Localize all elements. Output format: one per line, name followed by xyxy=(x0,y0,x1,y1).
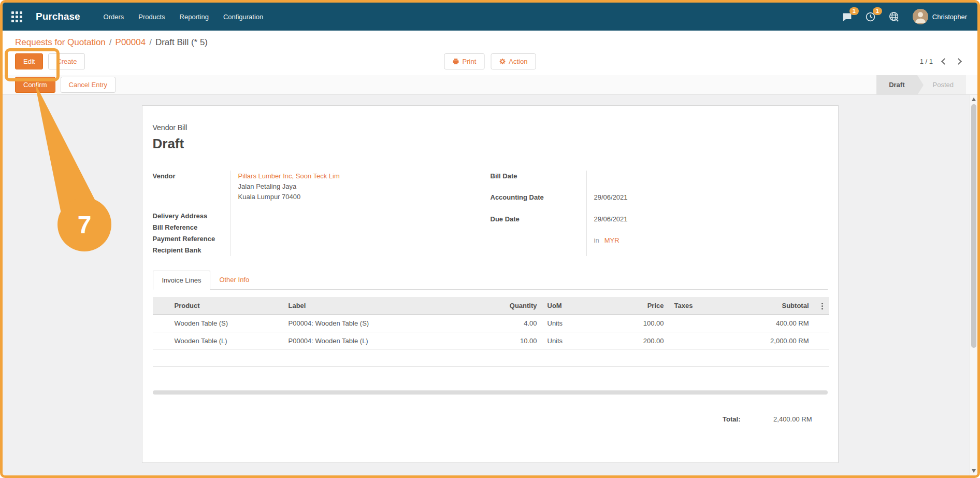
recipient-bank-label: Recipient Bank xyxy=(153,245,230,256)
cell-price: 200.00 xyxy=(592,332,669,350)
form-buttons: Edit Create xyxy=(15,53,85,69)
bill-date-label: Bill Date xyxy=(491,171,586,192)
breadcrumb-rfq[interactable]: Requests for Quotation xyxy=(15,37,106,48)
delivery-address-field xyxy=(230,210,479,222)
messages-badge: 1 xyxy=(849,7,859,15)
recipient-bank-field xyxy=(230,245,479,256)
activities-badge: 1 xyxy=(873,7,882,15)
total-value: 2,400.00 RM xyxy=(755,415,812,423)
cell-taxes xyxy=(669,332,726,350)
top-navbar: Purchase Orders Products Reporting Confi… xyxy=(3,3,977,31)
menu-configuration[interactable]: Configuration xyxy=(218,9,269,24)
table-row[interactable]: Wooden Table (L) P00004: Wooden Table (L… xyxy=(153,332,829,350)
print-label: Print xyxy=(463,58,477,65)
scroll-down-icon[interactable] xyxy=(972,469,976,473)
cell-uom: Units xyxy=(542,332,592,350)
activities-button[interactable]: 1 xyxy=(865,11,876,22)
breadcrumb-p00004[interactable]: P00004 xyxy=(116,37,146,48)
cell-label: P00004: Wooden Table (L) xyxy=(283,332,475,350)
breadcrumb-separator: / xyxy=(149,37,152,48)
edit-button[interactable]: Edit xyxy=(15,53,43,69)
currency-link[interactable]: MYR xyxy=(604,236,619,244)
notebook-tabs: Invoice Lines Other Info xyxy=(153,271,828,290)
vendor-field: Pillars Lumber Inc, Soon Teck Lim Jalan … xyxy=(230,171,479,210)
action-button[interactable]: Action xyxy=(491,53,536,69)
cell-label: P00004: Wooden Table (S) xyxy=(283,315,475,332)
messages-button[interactable]: 1 xyxy=(842,11,853,22)
table-empty-row xyxy=(153,350,829,367)
vendor-address-line1: Jalan Petaling Jaya xyxy=(238,181,479,192)
tab-other-info[interactable]: Other Info xyxy=(210,271,258,289)
form-sheet: Vendor Bill Draft Vendor Pillars Lumber … xyxy=(142,105,839,463)
app-name[interactable]: Purchase xyxy=(36,11,80,22)
printer-icon xyxy=(453,58,459,65)
bill-date-field xyxy=(586,171,828,192)
cell-product: Wooden Table (S) xyxy=(169,315,283,332)
section-separator-bar xyxy=(153,390,828,395)
scrollbar-thumb[interactable] xyxy=(971,104,976,348)
cell-quantity: 10.00 xyxy=(475,332,542,350)
header-options xyxy=(814,297,829,315)
scroll-up-icon[interactable] xyxy=(972,97,976,101)
table-row[interactable]: Wooden Table (S) P00004: Wooden Table (S… xyxy=(153,315,829,332)
apps-menu-button[interactable] xyxy=(3,3,31,31)
create-button[interactable]: Create xyxy=(48,53,85,69)
accounting-date-field: 29/06/2021 xyxy=(586,192,828,213)
payment-reference-field xyxy=(230,233,479,245)
vertical-scrollbar[interactable] xyxy=(970,95,977,475)
total-label: Total: xyxy=(723,415,740,423)
cell-quantity: 4.00 xyxy=(475,315,542,332)
document-type-label: Vendor Bill xyxy=(153,123,828,132)
form-statusbar-row: Confirm Cancel Entry Draft Posted xyxy=(3,75,977,95)
header-price: Price xyxy=(592,297,669,315)
invoice-lines-table: Product Label Quantity UoM Price Taxes S… xyxy=(153,297,829,367)
confirm-button[interactable]: Confirm xyxy=(15,77,55,93)
field-groups: Vendor Pillars Lumber Inc, Soon Teck Lim… xyxy=(153,171,828,256)
tab-invoice-lines[interactable]: Invoice Lines xyxy=(153,271,211,290)
vendor-label: Vendor xyxy=(153,171,230,210)
cell-handle xyxy=(153,332,169,350)
cell-price: 100.00 xyxy=(592,315,669,332)
pager-next-icon[interactable] xyxy=(955,58,962,65)
screenshot-frame: Purchase Orders Products Reporting Confi… xyxy=(0,0,980,478)
header-label: Label xyxy=(283,297,475,315)
header-uom: UoM xyxy=(542,297,592,315)
cell-subtotal: 400.00 RM xyxy=(726,315,814,332)
optional-columns-icon[interactable] xyxy=(822,305,823,307)
menu-orders[interactable]: Orders xyxy=(98,9,130,24)
table-header-row: Product Label Quantity UoM Price Taxes S… xyxy=(153,297,829,315)
cell-product: Wooden Table (L) xyxy=(169,332,283,350)
total-row: Total: 2,400.00 RM xyxy=(153,415,828,423)
breadcrumb-separator: / xyxy=(109,37,112,48)
left-field-group: Vendor Pillars Lumber Inc, Soon Teck Lim… xyxy=(153,171,479,256)
cancel-entry-button[interactable]: Cancel Entry xyxy=(61,77,116,93)
bill-reference-field xyxy=(230,222,479,233)
vendor-link[interactable]: Pillars Lumber Inc, Soon Teck Lim xyxy=(238,171,479,181)
action-buttons: Print Action xyxy=(444,53,536,69)
due-date-field: 29/06/2021 xyxy=(586,214,828,235)
statusbar: Draft Posted xyxy=(876,75,966,94)
user-menu[interactable]: Christopher xyxy=(913,9,967,24)
statusbar-buttons: Confirm Cancel Entry xyxy=(15,75,116,94)
language-button[interactable] xyxy=(888,11,900,23)
currency-row-spacer xyxy=(491,235,586,256)
currency-prefix: in xyxy=(594,236,599,244)
user-name: Christopher xyxy=(932,13,967,21)
cell-uom: Units xyxy=(542,315,592,332)
globe-icon xyxy=(888,11,900,23)
print-button[interactable]: Print xyxy=(444,53,485,69)
header-handle xyxy=(153,297,169,315)
status-draft[interactable]: Draft xyxy=(876,75,917,94)
status-posted[interactable]: Posted xyxy=(917,75,966,94)
menu-reporting[interactable]: Reporting xyxy=(174,9,214,24)
document-state-title: Draft xyxy=(153,136,828,152)
due-date-label: Due Date xyxy=(491,214,586,235)
pager-previous-icon[interactable] xyxy=(941,58,948,65)
menu-products[interactable]: Products xyxy=(133,9,170,24)
navbar-systray: 1 1 Christopher xyxy=(842,9,967,24)
action-label: Action xyxy=(509,58,527,65)
cell-taxes xyxy=(669,315,726,332)
pager: 1 / 1 xyxy=(920,58,965,65)
apps-grid-icon xyxy=(11,11,22,22)
gear-icon xyxy=(499,58,506,65)
